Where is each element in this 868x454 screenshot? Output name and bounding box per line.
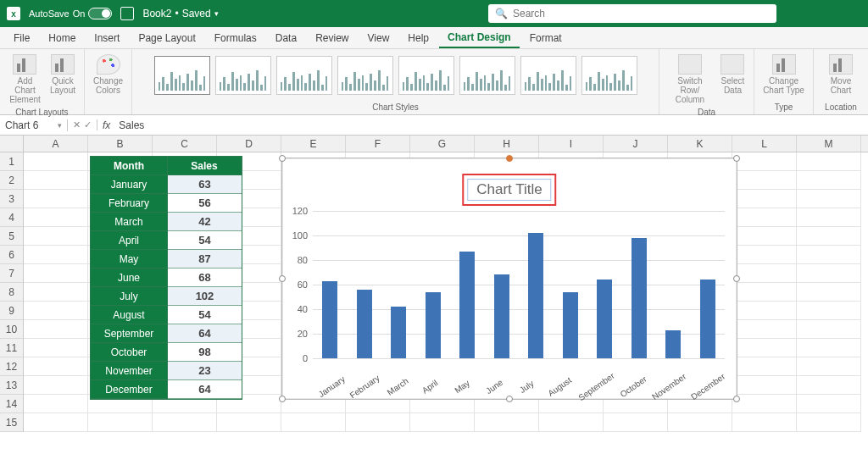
chart-style-thumb[interactable]	[581, 56, 637, 95]
change-chart-type-button[interactable]: Change Chart Type	[761, 53, 806, 97]
menu-item-chart-design[interactable]: Chart Design	[439, 28, 520, 48]
menu-item-format[interactable]: Format	[521, 29, 570, 47]
column-header[interactable]: L	[732, 136, 797, 152]
cell[interactable]	[732, 320, 797, 339]
chart-style-thumb[interactable]	[154, 56, 210, 95]
quick-layout-button[interactable]: Quick Layout	[48, 53, 77, 97]
cell[interactable]	[732, 171, 797, 190]
cell[interactable]	[24, 171, 88, 190]
cell[interactable]	[732, 190, 797, 208]
name-box[interactable]: Chart 6▾	[0, 119, 68, 131]
resize-handle[interactable]	[733, 396, 740, 402]
table-cell-month[interactable]: April	[91, 231, 168, 250]
cell[interactable]	[797, 190, 861, 208]
cell[interactable]	[346, 413, 410, 432]
row-header[interactable]: 10	[0, 320, 24, 339]
resize-handle[interactable]	[279, 155, 286, 162]
column-header[interactable]: H	[475, 136, 539, 152]
menu-item-file[interactable]: File	[5, 29, 38, 47]
document-title[interactable]: Book2 • Saved ▾	[142, 8, 218, 19]
bar[interactable]	[459, 252, 475, 358]
bar[interactable]	[426, 292, 441, 358]
cell[interactable]	[732, 152, 797, 171]
cell[interactable]	[732, 376, 797, 395]
row-header[interactable]: 1	[0, 152, 24, 171]
cell[interactable]	[24, 320, 88, 339]
cell[interactable]	[732, 227, 797, 246]
cell[interactable]	[797, 302, 861, 320]
cell[interactable]	[24, 246, 88, 264]
table-cell-sales[interactable]: 42	[168, 213, 242, 231]
move-chart-button[interactable]: Move Chart	[821, 53, 861, 97]
save-icon[interactable]	[120, 7, 134, 20]
resize-handle[interactable]	[733, 275, 740, 282]
cell[interactable]	[797, 171, 861, 190]
table-cell-sales[interactable]: 68	[168, 269, 242, 287]
resize-handle[interactable]	[279, 275, 286, 282]
chart-style-thumb[interactable]	[398, 56, 454, 95]
chart-style-thumb[interactable]	[215, 56, 271, 95]
table-cell-sales[interactable]: 87	[168, 250, 242, 269]
search-input[interactable]: 🔍 Search	[488, 4, 776, 23]
table-cell-month[interactable]: November	[91, 362, 168, 380]
table-cell-month[interactable]: March	[91, 213, 168, 231]
cell[interactable]	[475, 413, 539, 432]
cell[interactable]	[732, 264, 797, 283]
chart-title[interactable]: Chart Title	[467, 179, 551, 201]
column-header[interactable]: F	[346, 136, 410, 152]
formula-input[interactable]: Sales	[115, 119, 147, 131]
column-header[interactable]: G	[410, 136, 475, 152]
row-header[interactable]: 7	[0, 264, 24, 283]
row-header[interactable]: 12	[0, 357, 24, 376]
table-cell-month[interactable]: July	[91, 287, 168, 306]
cell[interactable]	[88, 413, 153, 432]
row-header[interactable]: 9	[0, 302, 24, 320]
column-header[interactable]: C	[153, 136, 217, 152]
menu-item-data[interactable]: Data	[267, 29, 305, 47]
table-cell-sales[interactable]: 23	[168, 362, 242, 380]
resize-handle[interactable]	[733, 155, 740, 162]
column-header[interactable]: A	[24, 136, 88, 152]
cell[interactable]	[24, 302, 88, 320]
table-cell-sales[interactable]: 102	[168, 287, 242, 306]
cell[interactable]	[797, 339, 861, 357]
change-colors-button[interactable]: Change Colors	[92, 53, 125, 97]
table-cell-month[interactable]: June	[91, 269, 168, 287]
confirm-icon[interactable]: ✓	[84, 119, 92, 130]
cell[interactable]	[797, 264, 861, 283]
column-header[interactable]: M	[797, 136, 861, 152]
cell[interactable]	[153, 413, 217, 432]
menu-item-page-layout[interactable]: Page Layout	[130, 29, 203, 47]
select-data-button[interactable]: Select Data	[719, 53, 747, 97]
table-cell-sales[interactable]: 56	[168, 194, 242, 213]
table-cell-sales[interactable]: 98	[168, 343, 242, 362]
column-header[interactable]: D	[217, 136, 281, 152]
cell[interactable]	[732, 357, 797, 376]
cell[interactable]	[24, 152, 88, 171]
cell[interactable]	[797, 413, 861, 432]
chart-style-thumb[interactable]	[276, 56, 332, 95]
cell[interactable]	[24, 339, 88, 357]
cell[interactable]	[732, 246, 797, 264]
cell[interactable]	[24, 190, 88, 208]
column-header[interactable]: J	[604, 136, 668, 152]
cell[interactable]	[410, 413, 475, 432]
cell[interactable]	[797, 246, 861, 264]
cell[interactable]	[604, 413, 668, 432]
cell[interactable]	[797, 320, 861, 339]
row-header[interactable]: 8	[0, 283, 24, 302]
table-cell-month[interactable]: December	[91, 380, 168, 399]
menu-item-home[interactable]: Home	[40, 29, 84, 47]
cell[interactable]	[281, 413, 346, 432]
table-cell-sales[interactable]: 64	[168, 380, 242, 399]
chart-style-thumb[interactable]	[337, 56, 393, 95]
cell[interactable]	[797, 152, 861, 171]
bar[interactable]	[494, 274, 509, 358]
bar[interactable]	[391, 307, 406, 358]
table-cell-sales[interactable]: 64	[168, 324, 242, 343]
table-cell-month[interactable]: September	[91, 324, 168, 343]
plot-area[interactable]: 020406080100120	[313, 211, 725, 358]
chart-object[interactable]: Chart Title 020406080100120 JanuaryFebru…	[281, 158, 737, 400]
cell[interactable]	[24, 283, 88, 302]
cell[interactable]	[797, 357, 861, 376]
